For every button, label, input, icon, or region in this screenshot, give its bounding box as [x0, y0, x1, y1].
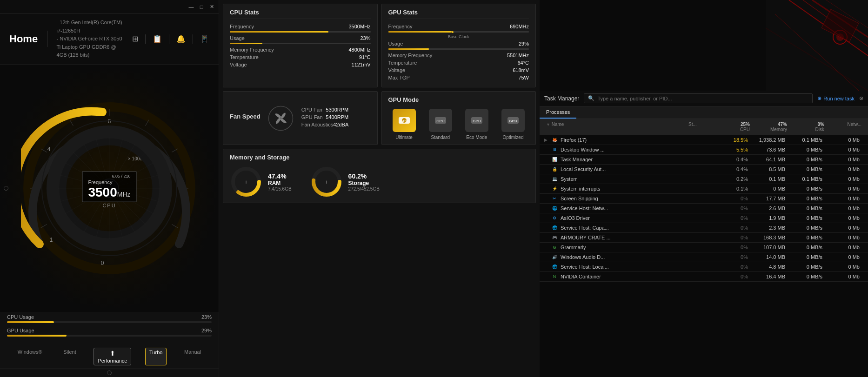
process-network: 0 Mb	[826, 205, 863, 211]
process-icon: 💻	[551, 176, 558, 182]
storage-percentage: 60.2%	[348, 172, 380, 180]
cpu-gauge-label: CPU	[102, 203, 116, 208]
process-name-cell: ▶ 🌐 Service Host: Netw...	[544, 205, 687, 212]
process-memory: 2.3 MB	[752, 225, 789, 231]
svg-text:0: 0	[101, 260, 104, 266]
table-row[interactable]: ▶ ⚡ System interrupts 0.1% 0 MB 0 MB/s 0…	[540, 184, 868, 194]
optimized-mode-label: Optimized	[502, 135, 523, 140]
performance-mode-btn[interactable]: ⬆ Performance	[93, 348, 131, 365]
table-row[interactable]: ▶ 🖥 Desktop Window ... 5.5% 73.6 MB 0 MB…	[540, 145, 868, 155]
gpu-usage-row: GPU Usage 29%	[7, 328, 212, 337]
cpu-stats-title: CPU Stats	[230, 9, 371, 19]
table-row[interactable]: ▶ 🔒 Local Security Aut... 0.4% 8.5 MB 0 …	[540, 165, 868, 174]
table-row[interactable]: ▶ 🌐 Service Host: Local... 0% 4.8 MB 0 M…	[540, 262, 868, 272]
task-table-body: ▶ 🦊 Firefox (17) 18.5% 1,938.2 MB 0.1 MB…	[540, 135, 868, 377]
col-network: Netw...	[826, 121, 863, 133]
gpu-usage-stat-label: Usage	[388, 41, 403, 46]
process-cpu: 0%	[714, 274, 752, 279]
silent-mode-btn[interactable]: Silent	[60, 348, 80, 365]
table-row[interactable]: ▶ ✂ Screen Snipping 0% 17.7 MB 0 MB/s 0 …	[540, 194, 868, 204]
end-task-button[interactable]: ⊗	[859, 95, 863, 101]
process-name-cell: ▶ 🦊 Firefox (17)	[544, 137, 687, 143]
run-new-task-button[interactable]: ⊕ Run new task	[817, 95, 855, 101]
table-row[interactable]: ▶ G Grammarly 0% 107.0 MB 0 MB/s 0 Mb	[540, 243, 868, 252]
task-search-input[interactable]	[597, 96, 808, 101]
process-memory: 1,938.2 MB	[752, 137, 789, 143]
table-row[interactable]: ▶ N NVIDIA Container 0% 16.4 MB 0 MB/s 0…	[540, 272, 868, 282]
process-name: Service Host: Netw...	[561, 205, 608, 211]
table-row[interactable]: ▶ 🌐 Service Host: Netw... 0% 2.6 MB 0 MB…	[540, 204, 868, 213]
table-row[interactable]: ▶ 💻 System 0.2% 0.1 MB 0.1 MB/s 0 Mb	[540, 174, 868, 184]
ultimate-mode-btn[interactable]: GPU Ultimate	[393, 109, 416, 140]
tab-processes[interactable]: Processes	[540, 106, 576, 119]
bottom-radio-button[interactable]	[107, 370, 112, 375]
storage-used: 272.5/452.5GB	[348, 186, 380, 192]
process-name-cell: ▶ 🎮 ARMOURY CRATE ...	[544, 234, 687, 241]
col-name: ▼ Name	[544, 121, 687, 133]
grid-icon[interactable]: ⊞	[132, 34, 138, 43]
table-row[interactable]: ▶ 🌐 Service Host: Capa... 0% 2.3 MB 0 MB…	[540, 223, 868, 233]
process-memory: 0.1 MB	[752, 176, 789, 182]
process-icon: ⚙	[551, 215, 558, 221]
gpu-voltage-label: Voltage	[388, 67, 406, 73]
process-disk: 0 MB/s	[789, 225, 826, 231]
cpu-freq-bar	[230, 31, 371, 33]
table-row[interactable]: ▶ 🦊 Firefox (17) 18.5% 1,938.2 MB 0.1 MB…	[540, 135, 868, 145]
process-network: 0 Mb	[826, 235, 863, 240]
process-network: 0 Mb	[826, 254, 863, 260]
base-clock-label: Base Clock	[388, 34, 529, 39]
cpu-mem-freq-label: Memory Frequency	[230, 47, 274, 53]
windows-mode-btn[interactable]: Windows®	[14, 348, 46, 365]
clipboard-icon[interactable]: 📋	[153, 34, 162, 43]
minimize-button[interactable]: —	[188, 4, 194, 10]
process-icon: 🌐	[551, 205, 558, 212]
task-search-container[interactable]: 🔍	[584, 93, 813, 103]
gpu-tgp-label: Max TGP	[388, 75, 410, 80]
table-row[interactable]: ▶ 🎮 ARMOURY CRATE ... 0% 168.3 MB 0 MB/s…	[540, 233, 868, 243]
standard-mode-btn[interactable]: GPU Standard	[429, 109, 452, 140]
table-row[interactable]: ▶ ⚙ AsIO3 Driver 0% 1.9 MB 0 MB/s 0 Mb	[540, 213, 868, 223]
cpu-freq-label: Frequency	[230, 24, 254, 29]
process-disk: 0 MB/s	[789, 147, 826, 152]
manual-mode-btn[interactable]: Manual	[180, 348, 205, 365]
optimized-mode-btn[interactable]: GPU Optimized	[501, 109, 525, 140]
radio-button[interactable]	[4, 186, 8, 191]
maximize-button[interactable]: □	[198, 4, 205, 10]
svg-text:GPU: GPU	[400, 119, 408, 123]
process-disk: 0 MB/s	[789, 264, 826, 270]
process-name: NVIDIA Container	[561, 274, 601, 279]
process-name: Grammarly	[561, 245, 586, 250]
eco-mode-icon: GPU	[465, 109, 488, 132]
process-icon: 🔊	[551, 254, 558, 260]
notification-icon[interactable]: 🔔	[176, 34, 186, 43]
gpu-usage-bar-fill	[7, 335, 67, 337]
process-name: Windows Audio D...	[561, 254, 605, 260]
standard-mode-icon: GPU	[429, 109, 452, 132]
table-row[interactable]: ▶ 🔊 Windows Audio D... 0% 14.0 MB 0 MB/s…	[540, 252, 868, 262]
gpu-freq-bar-container	[388, 31, 529, 33]
process-name-cell: ▶ 🔒 Local Security Aut...	[544, 166, 687, 172]
table-row[interactable]: ▶ 📊 Task Manager 0.4% 64.1 MB 0 MB/s 0 M…	[540, 155, 868, 165]
process-icon: 📊	[551, 156, 558, 163]
process-name: Firefox (17)	[561, 137, 587, 143]
stats-row: CPU Stats Frequency 3500MHz Usage 23% Me…	[223, 4, 536, 87]
process-icon: G	[551, 244, 558, 251]
task-tabs: Processes	[540, 106, 868, 119]
cpu-usage-stat-value: 23%	[360, 35, 370, 41]
storage-detail: 60.2% Storage 272.5/452.5GB	[348, 172, 380, 192]
process-icon: ✂	[551, 195, 558, 202]
process-icon: 🖥	[551, 146, 558, 153]
gpu-fan-value: 5400RPM	[326, 114, 348, 120]
process-name-cell: ▶ G Grammarly	[544, 244, 687, 251]
process-cpu: 0.1%	[714, 186, 752, 192]
process-cpu: 0.2%	[714, 176, 752, 182]
mobile-icon[interactable]: 📱	[200, 34, 209, 43]
process-disk: 0 MB/s	[789, 186, 826, 192]
process-network: 0 Mb	[826, 274, 863, 279]
eco-mode-btn[interactable]: GPU Eco Mode	[465, 109, 488, 140]
process-memory: 17.7 MB	[752, 196, 789, 201]
ram-donut: +	[230, 165, 262, 198]
close-button[interactable]: ✕	[208, 4, 215, 10]
process-icon: 🌐	[551, 225, 558, 231]
turbo-mode-btn[interactable]: Turbo	[145, 348, 167, 365]
